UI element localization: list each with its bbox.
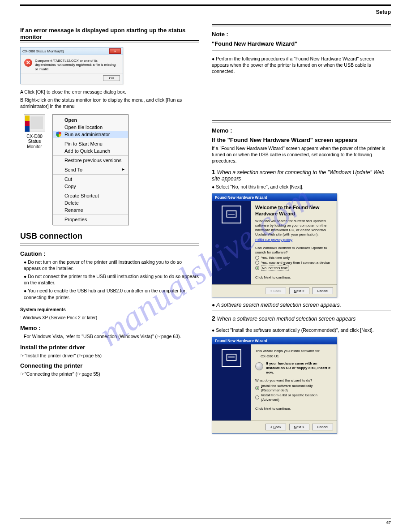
menu-item-copy[interactable]: Copy [53, 183, 128, 190]
wizard1-result-caption: ● A software search method selection scr… [212, 302, 391, 310]
step-1-instruction: ● Select "No, not this time", and click … [212, 184, 391, 190]
menu-item-properties[interactable]: Properties [53, 216, 128, 223]
wizard-title: Found New Hardware Wizard [212, 194, 337, 201]
next-button[interactable]: Next > [289, 424, 309, 430]
memo-label: Memo : [20, 325, 199, 331]
caution-item: ● Do not turn on the power of the printe… [20, 259, 199, 271]
ok-button[interactable]: OK [103, 75, 120, 81]
found-new-hardware-wizard-2: Found New Hardware Wizard This wizard he… [212, 337, 337, 433]
step-1: 1When a selection screen for connecting … [212, 168, 391, 182]
svg-rect-0 [227, 211, 236, 217]
menu-item-cut[interactable]: Cut [53, 176, 128, 183]
dialog-title: CX-D80 Status Monitor(E) [22, 49, 64, 53]
menu-item-open[interactable]: Open [53, 116, 128, 124]
context-menu-example: CX-D80 Status Monitor Open Open file loc… [20, 114, 199, 225]
back-button: < Back [265, 287, 287, 294]
caution-item: ● Do not connect the printer to the USB … [20, 273, 199, 286]
menu-item-quick-launch[interactable]: Add to Quick Launch [53, 147, 128, 154]
radio-yes-once[interactable]: Yes, this time only [255, 256, 332, 260]
caution-item: ● You need to enable the USB hub and USB… [20, 287, 199, 300]
step-2-instruction: ● Select "Install the software automatic… [212, 327, 391, 333]
privacy-link[interactable]: Read our privacy policy [255, 238, 292, 242]
svg-rect-1 [227, 354, 236, 360]
note-label: Note : [212, 31, 391, 38]
menu-item-send-to[interactable]: Send To [53, 166, 128, 173]
wizard-icon [222, 206, 241, 223]
memo-text: For Windows Vista, refer to "USB connect… [24, 333, 199, 339]
status-monitor-shortcut-icon[interactable]: CX-D80 Status Monitor [20, 114, 49, 150]
page-footer: 67 [20, 519, 391, 525]
wizard-title: Found New Hardware Wizard [212, 337, 337, 344]
step-2: 2When a software search method selection… [212, 315, 391, 322]
wizard-explain: Windows will search for current and upda… [255, 219, 332, 237]
right-column: Note : "Found New Hardware Wizard" ● Per… [212, 24, 391, 438]
close-icon[interactable]: × [109, 48, 121, 54]
radio-no[interactable]: No, not this time [255, 266, 332, 271]
next-button[interactable]: Next > [289, 287, 309, 294]
sys-req-value: : Windows XP (Service Pack 2 or later) [20, 315, 97, 320]
page-number: 67 [386, 520, 391, 525]
menu-item-delete[interactable]: Delete [53, 199, 128, 206]
memo-body-text: If a "Found New Hardware Wizard" screen … [212, 145, 391, 164]
usb-heading: USB connection [20, 232, 199, 241]
connect-heading: Connecting the printer [20, 362, 199, 369]
printer-icon [24, 114, 45, 132]
radio-yes-always[interactable]: Yes, now and every time I connect a devi… [255, 261, 332, 265]
install-heading: Install the printer driver [20, 344, 199, 351]
radio-auto-install[interactable]: Install the software automatically (Reco… [255, 384, 332, 393]
wizard-icon [222, 349, 241, 367]
menu-item-create-shortcut[interactable]: Create Shortcut [53, 192, 128, 199]
memo-heading: If the "Found New Hardware Wizard" scree… [212, 137, 391, 143]
page-body: If an error message is displayed upon st… [0, 0, 411, 532]
wizard2-instruction: If your hardware came with an installati… [266, 361, 330, 374]
menu-item-open-location[interactable]: Open file location [53, 124, 128, 131]
status-monitor-error-dialog: CX-D80 Status Monitor(E) × ✕ Component '… [20, 47, 123, 84]
sys-req-label: System requirements [20, 307, 66, 312]
menu-item-restore-versions[interactable]: Restore previous versions [53, 157, 128, 164]
cancel-button[interactable]: Cancel [312, 424, 333, 430]
caution-label: Caution : [20, 250, 199, 257]
step-text: A Click [OK] to close the error message … [20, 89, 199, 95]
cancel-button[interactable]: Cancel [312, 287, 333, 294]
wizard-sidebar [212, 201, 251, 284]
note-body: ● Perform the following procedures if a … [212, 56, 391, 75]
menu-item-rename[interactable]: Rename [53, 206, 128, 214]
step-text: B Right-click on the status monitor icon… [20, 97, 199, 109]
wizard-question: Can Windows connect to Windows Update to… [255, 246, 332, 255]
memo-label: Memo : [212, 127, 391, 134]
dialog-titlebar: CX-D80 Status Monitor(E) × [21, 47, 123, 55]
error-icon: ✕ [24, 59, 32, 67]
cd-icon [255, 362, 263, 370]
found-new-hardware-wizard-1: Found New Hardware Wizard Welcome to the… [212, 193, 337, 297]
connect-link: ☞"Connecting the printer" (☞page 55) [20, 371, 199, 377]
left-column: If an error message is displayed upon st… [20, 24, 199, 438]
wizard-hint: Click Next to continue. [255, 275, 332, 280]
radio-specific-location[interactable]: Install from a list or specific location… [255, 393, 332, 402]
wizard2-device: CX-D80 U1 [261, 354, 332, 359]
wizard-heading: Welcome to the Found New Hardware Wizard [255, 205, 332, 217]
error-heading: If an error message is displayed upon st… [20, 27, 199, 41]
note-heading: "Found New Hardware Wizard" [212, 40, 391, 47]
menu-item-pin-start[interactable]: Pin to Start Menu [53, 140, 128, 147]
back-button[interactable]: < Back [265, 424, 287, 430]
wizard-sidebar [212, 344, 251, 420]
menu-item-run-as-admin[interactable]: Run as administrator [53, 131, 128, 138]
error-message: Component 'TABCTL32.OCX' or one of its d… [35, 59, 119, 71]
context-menu[interactable]: Open Open file location Run as administr… [52, 114, 128, 225]
wizard2-t1: This wizard helps you install software f… [255, 349, 332, 353]
install-link: ☞"Install the printer driver" (☞page 55) [20, 352, 199, 359]
shield-icon [56, 131, 62, 137]
wizard2-question: What do you want the wizard to do? [255, 378, 332, 383]
wizard-hint: Click Next to continue. [255, 407, 332, 411]
